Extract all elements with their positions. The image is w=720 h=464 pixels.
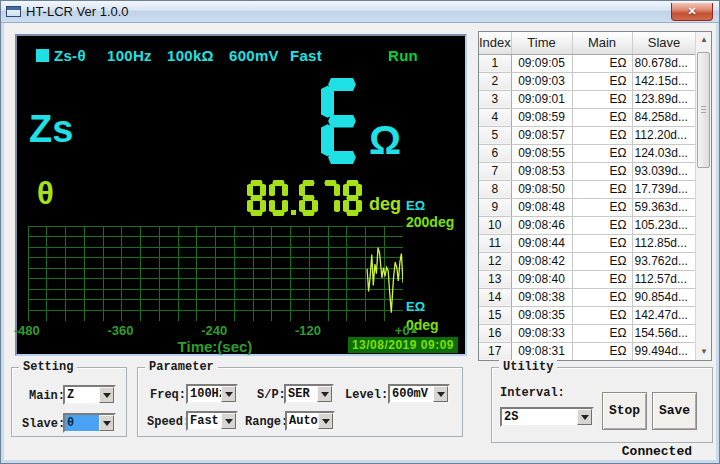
seg-digit [269,180,288,216]
y-top-label: 200deg [406,214,454,230]
run-state: Run [388,47,418,64]
x-tick: -360 [107,323,133,338]
theta-trend-graph [28,226,403,321]
close-button[interactable]: ✕ [671,3,713,21]
sub-unit: deg [369,194,401,215]
table-row[interactable]: 1609:08:33EΩ154.56d... [479,324,696,342]
lcd-display: Zs-θ 100Hz 100kΩ 600mV Fast Run Zs Ω θ d… [15,34,467,356]
window-title: HT-LCR Ver 1.0.0 [26,4,129,19]
freq-select-value: 100Hz [188,386,221,402]
interval-select-label: Interval: [500,386,565,400]
header-row: IndexTimeMainSlave [479,32,696,54]
log-table: IndexTimeMainSlave 109:09:05EΩ80.678d...… [479,32,697,361]
table-row[interactable]: 309:09:01EΩ123.89d... [479,90,696,108]
freq-dropdown-arrow-icon[interactable] [221,386,236,402]
sub-reading-sevenseg [247,180,365,216]
scrollbar-grip-icon [701,106,706,113]
main-dropdown-arrow-icon[interactable] [99,387,114,403]
y-bottom-flag: EΩ [406,299,425,314]
table-row[interactable]: 1009:08:46EΩ105.23d... [479,216,696,234]
speed-select-label: Speed: [147,415,190,429]
timestamp-box: 13/08/2019 09:09 [348,337,458,353]
x-tick: -240 [201,323,227,338]
x-axis-ticks: -480-360-240-120+0 [28,323,403,337]
y-top-flag: EΩ [406,198,425,213]
log-table-panel: IndexTimeMainSlave 109:09:05EΩ80.678d...… [478,31,712,361]
scroll-down-icon[interactable]: ▼ [696,344,712,360]
table-row[interactable]: 1509:08:35EΩ142.47d... [479,306,696,324]
level-select[interactable]: 600mV [388,384,450,404]
table-row[interactable]: 209:09:03EΩ142.15d... [479,72,696,90]
speed-readout: Fast [290,47,322,64]
x-tick: -120 [295,323,321,338]
freq-select[interactable]: 100Hz [186,384,238,404]
speed-dropdown-arrow-icon[interactable] [221,413,236,429]
log-table-head: IndexTimeMainSlave [479,32,696,54]
table-scrollbar[interactable]: ▲ ▼ [695,32,711,360]
table-row[interactable]: 1409:08:38EΩ90.854d... [479,288,696,306]
setting-group: Setting Main: Z Slave: θ [11,367,127,437]
table-row[interactable]: 709:08:53EΩ93.039d... [479,162,696,180]
save-button[interactable]: Save [652,392,697,430]
sp-select-value: SER [286,386,317,402]
slave-select-label: Slave: [22,417,65,431]
seg-digit [321,180,340,216]
stop-button[interactable]: Stop [602,392,647,430]
x-axis-label: Time:(sec) [178,338,253,355]
parameter-group: Parameter Freq: 100Hz S/P: SER Level: 60… [137,367,463,437]
app-window: HT-LCR Ver 1.0.0 ✕ Zs-θ 100Hz 100kΩ 600m… [0,0,720,464]
sp-select[interactable]: SER [284,384,334,404]
slave-dropdown-arrow-icon[interactable] [99,415,114,431]
sp-dropdown-arrow-icon[interactable] [317,386,332,402]
table-row[interactable]: 909:08:48EΩ59.363d... [479,198,696,216]
main-parameter-label: Zs [29,108,73,151]
table-row[interactable]: 809:08:50EΩ17.739d... [479,180,696,198]
main-select[interactable]: Z [63,385,116,405]
interval-dropdown-arrow-icon[interactable] [577,409,592,425]
table-row[interactable]: 509:08:57EΩ112.20d... [479,126,696,144]
measurement-indicator-icon [36,49,49,62]
seg-digit [321,78,363,164]
range-select[interactable]: Auto [285,411,335,431]
table-row[interactable]: 1709:08:31EΩ99.494d... [479,342,696,360]
table-row[interactable]: 1109:08:44EΩ112.85d... [479,234,696,252]
level-dropdown-arrow-icon[interactable] [433,386,448,402]
sub-parameter-label: θ [37,176,54,212]
slave-select[interactable]: θ [63,413,116,433]
main-select-value: Z [65,387,99,403]
level-select-value: 600mV [390,386,433,402]
table-row[interactable]: 109:09:05EΩ80.678d... [479,54,696,72]
x-tick: +0 [395,323,410,338]
speed-select[interactable]: Fast [186,411,238,431]
interval-select[interactable]: 2S [500,407,594,427]
freq-select-label: Freq: [150,388,186,402]
data-table-body: 109:09:05EΩ80.678d...209:09:03EΩ142.15d.… [479,54,696,360]
title-bar[interactable]: HT-LCR Ver 1.0.0 ✕ [1,1,719,23]
slave-select-value: θ [65,415,99,431]
seg-digit [247,180,266,216]
connection-status: Connected [622,444,692,459]
scrollbar-thumb[interactable] [697,52,710,168]
table-row[interactable]: 1209:08:42EΩ93.762d... [479,252,696,270]
client-area: Zs-θ 100Hz 100kΩ 600mV Fast Run Zs Ω θ d… [4,23,716,460]
table-row[interactable]: 409:08:59EΩ84.258d... [479,108,696,126]
range-select-label: Range: [245,415,288,429]
range-readout: 100kΩ [167,47,214,64]
column-header[interactable]: Time [511,32,572,54]
column-header[interactable]: Index [479,32,511,54]
app-icon [6,6,21,17]
utility-group: Utility Interval: 2S Stop Save [491,367,713,443]
column-header[interactable]: Slave [632,32,696,54]
parameter-legend: Parameter [145,360,218,374]
sp-select-label: S/P: [257,388,286,402]
table-row[interactable]: 609:08:55EΩ124.03d... [479,144,696,162]
main-unit: Ω [369,118,401,163]
range-dropdown-arrow-icon[interactable] [318,413,333,429]
seg-digit [299,180,318,216]
range-select-value: Auto [287,413,318,429]
table-row[interactable]: 1309:08:40EΩ112.57d... [479,270,696,288]
freq-readout: 100Hz [107,47,152,64]
speed-select-value: Fast [188,413,221,429]
column-header[interactable]: Main [572,32,632,54]
scroll-up-icon[interactable]: ▲ [696,32,712,48]
